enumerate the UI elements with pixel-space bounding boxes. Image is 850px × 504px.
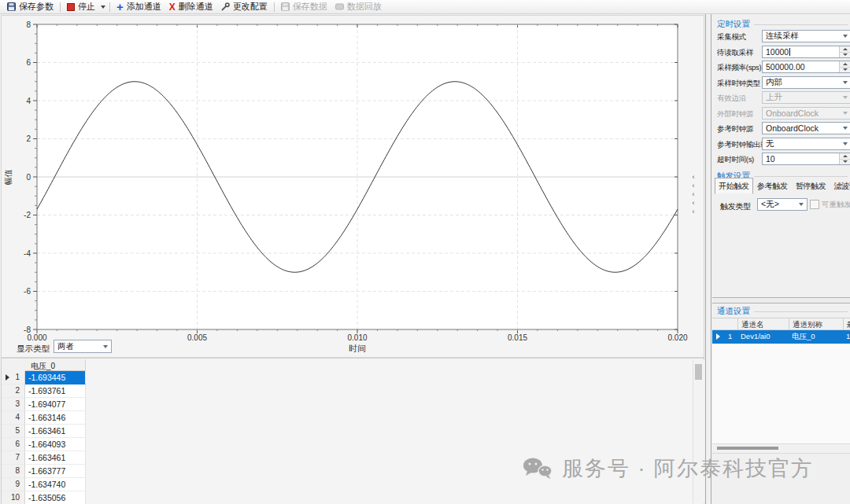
channel-alias-cell[interactable]: 电压_0: [792, 332, 815, 342]
chevron-down-icon: [843, 35, 848, 38]
stop-button[interactable]: 停止: [63, 1, 99, 13]
channel-row-number: 1: [728, 332, 732, 340]
table-row[interactable]: 1-1.693445: [2, 371, 694, 384]
value-cell[interactable]: -1.663777: [25, 465, 86, 478]
change-config-button[interactable]: 更改配置: [217, 1, 272, 13]
save-params-button[interactable]: 保存参数: [3, 1, 57, 13]
channel-name-cell[interactable]: Dev1/ai0: [741, 332, 771, 340]
data-table-vscrollbar[interactable]: [693, 360, 704, 503]
chevron-down-icon: [843, 142, 848, 145]
table-row[interactable]: 10-1.635056: [2, 491, 694, 504]
value-cell[interactable]: -1.693445: [25, 371, 86, 384]
axis-tick-label: 0.010: [347, 333, 367, 342]
change-config-label: 更改配置: [233, 1, 268, 13]
field-row-acquisition-mode: 采集模式连续采样: [717, 30, 847, 43]
value-cell[interactable]: -1.663461: [25, 451, 86, 465]
data-playback-button[interactable]: 数据回放: [331, 1, 386, 13]
vertical-splitter[interactable]: [705, 14, 711, 504]
trigger-tab-2[interactable]: 参考触发: [753, 178, 792, 194]
triangle-up-icon: [843, 155, 848, 157]
value-cell[interactable]: -1.693761: [25, 384, 86, 398]
axis-tick-label: 8: [26, 20, 31, 29]
value-cell[interactable]: -1.663146: [25, 411, 86, 425]
sample-clock-type-select[interactable]: 内部: [762, 76, 850, 89]
axis-tick-label: 0.015: [508, 333, 527, 342]
data-table-corner: [2, 359, 26, 372]
splitter-collapse-handle[interactable]: ‹ ‹ ‹ ‹ ‹: [689, 173, 697, 216]
reference-clock-source-value: OnboardClock: [766, 123, 819, 133]
axis-tick-label: 4: [26, 97, 31, 105]
playback-gray-icon: [335, 2, 344, 11]
samples-to-read-input[interactable]: 10000: [762, 46, 850, 58]
samples-to-read-spin-down-button[interactable]: [840, 53, 850, 58]
data-table-column-header[interactable]: 电压_0: [25, 359, 86, 371]
vscrollbar-thumb[interactable]: [695, 364, 702, 380]
data-table-panel: 电压_0 1-1.6934452-1.6937613-1.6940774-1.6…: [1, 358, 704, 504]
value-cell[interactable]: -1.663461: [25, 425, 86, 438]
external-clock-source-select: OnboardClock: [762, 107, 850, 120]
axis-tick-label: 6: [26, 58, 31, 67]
timeout-input[interactable]: 10: [762, 153, 850, 165]
chevron-down-icon: [101, 6, 105, 9]
table-row[interactable]: 2-1.693761: [2, 384, 694, 398]
samples-to-read-spin-up-button[interactable]: [840, 46, 850, 53]
reference-clock-source-select[interactable]: OnboardClock: [762, 122, 850, 134]
collapse-arrow-icon: ‹: [689, 199, 697, 208]
timeout-label: 超时时间(s): [717, 155, 754, 165]
timeout-spin-up-button[interactable]: [840, 153, 850, 160]
channel-extra-cell[interactable]: 10: [846, 332, 850, 340]
hscrollbar-thumb[interactable]: [717, 447, 778, 450]
trigger-tab-3[interactable]: 暂停触发: [792, 178, 830, 194]
stop-dropdown-button[interactable]: [99, 1, 107, 13]
value-cell[interactable]: -1.634740: [25, 478, 86, 491]
acquisition-mode-select[interactable]: 连续采样: [762, 30, 850, 42]
table-row[interactable]: 3-1.694077: [2, 398, 694, 411]
axis-tick-label: -4: [24, 249, 31, 258]
data-playback-label: 数据回放: [347, 1, 382, 13]
plus-icon: +: [116, 3, 124, 11]
sample-rate-spin-up-button[interactable]: [840, 61, 850, 68]
display-type-select[interactable]: 两者: [54, 340, 112, 353]
trigger-tabs: 开始触发参考触发暂停触发滤波设置: [715, 179, 850, 194]
waveform-chart-panel: 86420-2-4-6-80.0000.0050.0100.0150.020时间…: [1, 15, 704, 358]
row-number-cell: 1: [2, 371, 25, 384]
timing-settings-title: 定时设置: [717, 19, 750, 30]
table-row[interactable]: 8-1.663777: [2, 465, 694, 478]
acquisition-mode-value: 连续采样: [766, 31, 799, 42]
table-row[interactable]: 7-1.663461: [2, 451, 694, 465]
field-row-reference-clock-output: 参考时钟输出端无: [717, 138, 847, 151]
table-row[interactable]: 9-1.634740: [2, 478, 694, 491]
sample-rate-spin-down-button[interactable]: [840, 68, 850, 73]
row-number-cell: 8: [2, 465, 25, 478]
collapse-arrow-icon: ‹: [689, 182, 697, 190]
trigger-tab-4[interactable]: 滤波设置: [830, 178, 850, 194]
horizontal-splitter[interactable]: [712, 297, 850, 304]
value-cell[interactable]: -1.694077: [25, 398, 86, 411]
collapse-arrow-icon: ‹: [689, 208, 697, 216]
add-channel-button[interactable]: + 添加通道: [113, 1, 165, 13]
row-number-cell: 4: [2, 411, 25, 425]
trigger-tab-1[interactable]: 开始触发: [715, 178, 753, 194]
channel-table-hscrollbar[interactable]: [712, 443, 850, 454]
trigger-type-select[interactable]: <无>: [757, 198, 808, 211]
axis-tick-label: 0.000: [27, 333, 46, 342]
timeout-spin-down-button[interactable]: [840, 160, 850, 165]
table-row[interactable]: 6-1.664093: [2, 438, 694, 451]
row-number-cell: 3: [2, 398, 25, 411]
retrigger-checkbox[interactable]: [810, 200, 819, 209]
axis-tick-label: 0.020: [667, 333, 687, 342]
table-row[interactable]: 4-1.663146: [2, 411, 694, 425]
table-row[interactable]: 5-1.663461: [2, 425, 694, 438]
samples-to-read-value: 10000: [766, 47, 789, 57]
value-cell[interactable]: -1.664093: [25, 438, 86, 451]
save-data-button[interactable]: 保存数据: [277, 1, 331, 13]
delete-channel-button[interactable]: X 删除通道: [165, 1, 217, 13]
channel-row[interactable]: 1 Dev1/ai0 电压_0 10: [712, 330, 850, 344]
reference-clock-output-select[interactable]: 无: [762, 138, 850, 150]
sample-rate-input[interactable]: 500000.00: [762, 61, 850, 73]
row-number-cell: 6: [2, 438, 25, 451]
trigger-type-label: 触发类型: [720, 201, 751, 212]
floppy-disk-icon: [7, 2, 16, 11]
reference-clock-output-label: 参考时钟输出端: [717, 140, 767, 150]
value-cell[interactable]: -1.635056: [25, 491, 86, 504]
